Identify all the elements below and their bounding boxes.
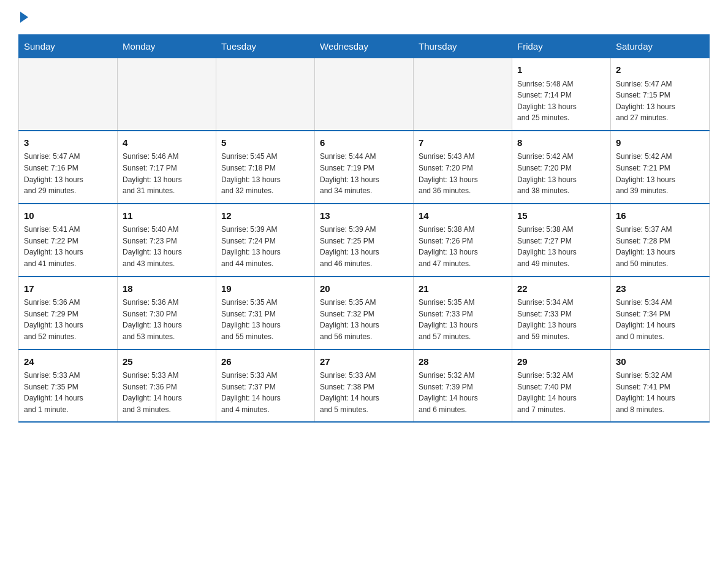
weekday-header-monday: Monday (118, 35, 216, 58)
weekday-header-wednesday: Wednesday (315, 35, 414, 58)
day-number: 11 (123, 209, 211, 223)
day-info: Sunrise: 5:35 AM Sunset: 7:32 PM Dayligh… (320, 297, 408, 342)
day-info: Sunrise: 5:39 AM Sunset: 7:24 PM Dayligh… (221, 224, 309, 269)
day-number: 13 (320, 209, 408, 223)
calendar-day: 26Sunrise: 5:33 AM Sunset: 7:37 PM Dayli… (216, 350, 315, 423)
day-info: Sunrise: 5:47 AM Sunset: 7:15 PM Dayligh… (616, 79, 704, 124)
weekday-header-row: SundayMondayTuesdayWednesdayThursdayFrid… (19, 35, 710, 58)
calendar-day (216, 58, 315, 131)
day-number: 1 (517, 63, 605, 77)
day-info: Sunrise: 5:33 AM Sunset: 7:36 PM Dayligh… (123, 370, 211, 415)
day-info: Sunrise: 5:34 AM Sunset: 7:34 PM Dayligh… (616, 297, 704, 342)
day-number: 15 (517, 209, 605, 223)
calendar-week-3: 10Sunrise: 5:41 AM Sunset: 7:22 PM Dayli… (19, 204, 710, 277)
logo-arrow-icon (20, 12, 28, 23)
calendar-week-4: 17Sunrise: 5:36 AM Sunset: 7:29 PM Dayli… (19, 277, 710, 350)
day-number: 18 (123, 282, 211, 296)
calendar-day: 16Sunrise: 5:37 AM Sunset: 7:28 PM Dayli… (611, 204, 710, 277)
weekday-header-saturday: Saturday (611, 35, 710, 58)
day-info: Sunrise: 5:36 AM Sunset: 7:30 PM Dayligh… (123, 297, 211, 342)
calendar-day: 1Sunrise: 5:48 AM Sunset: 7:14 PM Daylig… (512, 58, 611, 131)
weekday-header-friday: Friday (512, 35, 611, 58)
day-info: Sunrise: 5:39 AM Sunset: 7:25 PM Dayligh… (320, 224, 408, 269)
day-number: 23 (616, 282, 704, 296)
logo (18, 12, 29, 23)
calendar-day: 18Sunrise: 5:36 AM Sunset: 7:30 PM Dayli… (118, 277, 216, 350)
calendar-day: 29Sunrise: 5:32 AM Sunset: 7:40 PM Dayli… (512, 350, 611, 423)
calendar-day: 19Sunrise: 5:35 AM Sunset: 7:31 PM Dayli… (216, 277, 315, 350)
day-number: 28 (419, 355, 507, 369)
day-info: Sunrise: 5:34 AM Sunset: 7:33 PM Dayligh… (517, 297, 605, 342)
calendar-day: 17Sunrise: 5:36 AM Sunset: 7:29 PM Dayli… (19, 277, 118, 350)
calendar-day: 14Sunrise: 5:38 AM Sunset: 7:26 PM Dayli… (414, 204, 512, 277)
day-info: Sunrise: 5:45 AM Sunset: 7:18 PM Dayligh… (221, 151, 309, 196)
day-number: 17 (24, 282, 112, 296)
day-info: Sunrise: 5:35 AM Sunset: 7:33 PM Dayligh… (419, 297, 507, 342)
day-number: 19 (221, 282, 309, 296)
day-number: 4 (123, 136, 211, 150)
calendar-day: 7Sunrise: 5:43 AM Sunset: 7:20 PM Daylig… (414, 131, 512, 204)
calendar-day (118, 58, 216, 131)
day-info: Sunrise: 5:35 AM Sunset: 7:31 PM Dayligh… (221, 297, 309, 342)
day-number: 29 (517, 355, 605, 369)
day-info: Sunrise: 5:38 AM Sunset: 7:27 PM Dayligh… (517, 224, 605, 269)
calendar-week-5: 24Sunrise: 5:33 AM Sunset: 7:35 PM Dayli… (19, 350, 710, 423)
day-number: 5 (221, 136, 309, 150)
day-info: Sunrise: 5:42 AM Sunset: 7:20 PM Dayligh… (517, 151, 605, 196)
day-number: 27 (320, 355, 408, 369)
calendar-day: 13Sunrise: 5:39 AM Sunset: 7:25 PM Dayli… (315, 204, 414, 277)
day-number: 25 (123, 355, 211, 369)
day-number: 26 (221, 355, 309, 369)
day-number: 30 (616, 355, 704, 369)
calendar-day: 28Sunrise: 5:32 AM Sunset: 7:39 PM Dayli… (414, 350, 512, 423)
calendar-week-1: 1Sunrise: 5:48 AM Sunset: 7:14 PM Daylig… (19, 58, 710, 131)
calendar-day: 20Sunrise: 5:35 AM Sunset: 7:32 PM Dayli… (315, 277, 414, 350)
calendar-day (315, 58, 414, 131)
calendar-table: SundayMondayTuesdayWednesdayThursdayFrid… (18, 34, 710, 423)
calendar-day: 4Sunrise: 5:46 AM Sunset: 7:17 PM Daylig… (118, 131, 216, 204)
day-info: Sunrise: 5:37 AM Sunset: 7:28 PM Dayligh… (616, 224, 704, 269)
day-number: 8 (517, 136, 605, 150)
day-number: 9 (616, 136, 704, 150)
calendar-week-2: 3Sunrise: 5:47 AM Sunset: 7:16 PM Daylig… (19, 131, 710, 204)
day-info: Sunrise: 5:33 AM Sunset: 7:37 PM Dayligh… (221, 370, 309, 415)
day-number: 14 (419, 209, 507, 223)
day-info: Sunrise: 5:46 AM Sunset: 7:17 PM Dayligh… (123, 151, 211, 196)
day-info: Sunrise: 5:38 AM Sunset: 7:26 PM Dayligh… (419, 224, 507, 269)
calendar-day: 6Sunrise: 5:44 AM Sunset: 7:19 PM Daylig… (315, 131, 414, 204)
day-info: Sunrise: 5:33 AM Sunset: 7:35 PM Dayligh… (24, 370, 112, 415)
day-info: Sunrise: 5:41 AM Sunset: 7:22 PM Dayligh… (24, 224, 112, 269)
day-number: 24 (24, 355, 112, 369)
weekday-header-tuesday: Tuesday (216, 35, 315, 58)
day-number: 6 (320, 136, 408, 150)
day-number: 2 (616, 63, 704, 77)
calendar-day: 3Sunrise: 5:47 AM Sunset: 7:16 PM Daylig… (19, 131, 118, 204)
calendar-day: 21Sunrise: 5:35 AM Sunset: 7:33 PM Dayli… (414, 277, 512, 350)
day-info: Sunrise: 5:33 AM Sunset: 7:38 PM Dayligh… (320, 370, 408, 415)
calendar-day: 9Sunrise: 5:42 AM Sunset: 7:21 PM Daylig… (611, 131, 710, 204)
calendar-day: 5Sunrise: 5:45 AM Sunset: 7:18 PM Daylig… (216, 131, 315, 204)
calendar-day: 23Sunrise: 5:34 AM Sunset: 7:34 PM Dayli… (611, 277, 710, 350)
day-info: Sunrise: 5:32 AM Sunset: 7:40 PM Dayligh… (517, 370, 605, 415)
calendar-day: 27Sunrise: 5:33 AM Sunset: 7:38 PM Dayli… (315, 350, 414, 423)
calendar-day: 12Sunrise: 5:39 AM Sunset: 7:24 PM Dayli… (216, 204, 315, 277)
calendar-day: 24Sunrise: 5:33 AM Sunset: 7:35 PM Dayli… (19, 350, 118, 423)
weekday-header-thursday: Thursday (414, 35, 512, 58)
day-info: Sunrise: 5:48 AM Sunset: 7:14 PM Dayligh… (517, 79, 605, 124)
calendar-day: 10Sunrise: 5:41 AM Sunset: 7:22 PM Dayli… (19, 204, 118, 277)
day-info: Sunrise: 5:32 AM Sunset: 7:39 PM Dayligh… (419, 370, 507, 415)
day-info: Sunrise: 5:43 AM Sunset: 7:20 PM Dayligh… (419, 151, 507, 196)
day-info: Sunrise: 5:44 AM Sunset: 7:19 PM Dayligh… (320, 151, 408, 196)
calendar-day: 22Sunrise: 5:34 AM Sunset: 7:33 PM Dayli… (512, 277, 611, 350)
day-number: 22 (517, 282, 605, 296)
calendar-day: 2Sunrise: 5:47 AM Sunset: 7:15 PM Daylig… (611, 58, 710, 131)
day-number: 16 (616, 209, 704, 223)
day-info: Sunrise: 5:47 AM Sunset: 7:16 PM Dayligh… (24, 151, 112, 196)
day-number: 21 (419, 282, 507, 296)
page-header (18, 12, 710, 23)
day-number: 3 (24, 136, 112, 150)
day-number: 10 (24, 209, 112, 223)
day-info: Sunrise: 5:40 AM Sunset: 7:23 PM Dayligh… (123, 224, 211, 269)
calendar-header: SundayMondayTuesdayWednesdayThursdayFrid… (19, 35, 710, 58)
calendar-day (414, 58, 512, 131)
